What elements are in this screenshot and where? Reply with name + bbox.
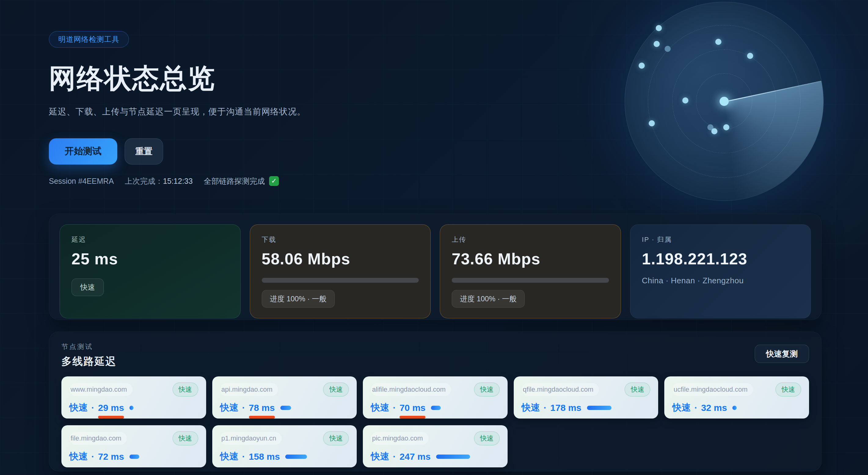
node-latency-bar xyxy=(285,454,307,459)
node-speed-badge: 快速 xyxy=(474,382,500,397)
node-result-separator: · xyxy=(393,403,396,413)
node-card[interactable]: www.mingdao.com 快速 快速 · 29 ms xyxy=(61,376,206,418)
node-result: 快速 · 78 ms xyxy=(220,402,349,414)
node-result-status: 快速 xyxy=(522,402,540,414)
page-title: 网络状态总览 xyxy=(49,63,868,94)
node-host: ucfile.mingdaocloud.com xyxy=(672,383,753,396)
latency-chip: 快速 xyxy=(71,278,104,296)
node-latency-value: 178 ms xyxy=(550,403,582,413)
download-label: 下载 xyxy=(262,235,419,244)
last-completed: 上次完成：15:12:33 xyxy=(125,176,193,186)
node-result-separator: · xyxy=(242,451,245,462)
start-test-button[interactable]: 开始测试 xyxy=(49,138,117,164)
nodes-grid: www.mingdao.com 快速 快速 · 29 ms api.mingda… xyxy=(61,376,809,467)
node-latency-bar xyxy=(733,406,737,410)
node-result: 快速 · 72 ms xyxy=(69,450,198,463)
node-host: alifile.mingdaocloud.com xyxy=(371,383,451,396)
node-host: api.mingdao.com xyxy=(220,383,278,396)
nodes-panel: 节点测试 多线路延迟 快速复测 www.mingdao.com 快速 快速 · … xyxy=(49,331,822,471)
download-progress-chip: 进度 100% · 一般 xyxy=(262,290,335,308)
node-latency-value: 32 ms xyxy=(701,403,727,413)
node-latency-bar xyxy=(129,454,139,459)
upload-progress-fill xyxy=(452,278,609,283)
ip-card: IP · 归属 1.198.221.123 China · Henan · Zh… xyxy=(630,224,811,318)
session-id: Session #4EEMRA xyxy=(49,177,114,186)
node-speed-badge: 快速 xyxy=(625,382,650,397)
node-latency-value: 29 ms xyxy=(98,403,124,413)
node-latency-bar xyxy=(436,454,470,459)
node-speed-badge: 快速 xyxy=(323,431,349,445)
last-completed-time: 15:12:33 xyxy=(163,177,193,185)
node-host: www.mingdao.com xyxy=(69,383,132,396)
node-host: qfile.mingdaocloud.com xyxy=(522,383,599,396)
page-subtitle: 延迟、下载、上传与节点延迟一页呈现，便于沟通当前网络状况。 xyxy=(49,106,868,118)
node-latency-value: 72 ms xyxy=(98,451,124,462)
node-host: file.mingdao.com xyxy=(69,432,127,445)
node-latency-value: 158 ms xyxy=(249,451,280,462)
session-status-row: Session #4EEMRA 上次完成：15:12:33 全部链路探测完成 ✓ xyxy=(49,176,868,186)
probe-status: 全部链路探测完成 ✓ xyxy=(204,176,279,186)
node-card[interactable]: ucfile.mingdaocloud.com 快速 快速 · 32 ms xyxy=(664,376,809,418)
upload-value: 73.66 Mbps xyxy=(452,250,609,268)
download-card: 下载 58.06 Mbps 进度 100% · 一般 xyxy=(250,224,431,318)
node-card-top: pic.mingdao.com 快速 xyxy=(371,431,500,445)
upload-progress-track xyxy=(452,278,609,283)
ip-location: China · Henan · Zhengzhou xyxy=(642,276,799,285)
node-latency-bar xyxy=(129,406,133,410)
node-speed-badge: 快速 xyxy=(173,431,198,445)
node-host: pic.mingdao.com xyxy=(371,432,428,445)
node-result: 快速 · 178 ms xyxy=(522,402,651,414)
node-result-separator: · xyxy=(91,403,94,413)
node-result: 快速 · 247 ms xyxy=(371,450,500,463)
retest-button[interactable]: 快速复测 xyxy=(755,345,809,363)
app-badge: 明道网络检测工具 xyxy=(49,31,129,48)
node-result-status: 快速 xyxy=(371,450,389,463)
node-host: p1.mingdaoyun.cn xyxy=(220,432,282,445)
node-card-top: alifile.mingdaocloud.com 快速 xyxy=(371,382,500,397)
nodes-header: 节点测试 多线路延迟 快速复测 xyxy=(61,342,809,369)
ip-value: 1.198.221.123 xyxy=(642,250,799,268)
node-card-top: api.mingdao.com 快速 xyxy=(220,382,349,397)
node-card[interactable]: p1.mingdaoyun.cn 快速 快速 · 158 ms xyxy=(212,425,357,467)
node-result-status: 快速 xyxy=(220,450,239,463)
node-card-top: file.mingdao.com 快速 xyxy=(69,431,198,445)
node-result-separator: · xyxy=(544,403,547,413)
download-value: 58.06 Mbps xyxy=(262,250,419,268)
node-latency-bar xyxy=(280,406,291,410)
reset-button[interactable]: 重置 xyxy=(125,138,163,164)
probe-status-text: 全部链路探测完成 xyxy=(204,176,265,186)
download-progress-track xyxy=(262,278,419,283)
node-result: 快速 · 29 ms xyxy=(69,402,198,414)
node-result-status: 快速 xyxy=(220,402,239,414)
node-result-separator: · xyxy=(242,403,245,413)
ip-label: IP · 归属 xyxy=(642,235,799,244)
check-icon: ✓ xyxy=(269,176,279,186)
node-speed-badge: 快速 xyxy=(474,431,500,445)
download-progress-fill xyxy=(262,278,419,283)
node-latency-bar xyxy=(431,406,441,410)
latency-card: 延迟 25 ms 快速 xyxy=(60,224,241,318)
hero-section: 明道网络检测工具 网络状态总览 延迟、下载、上传与节点延迟一页呈现，便于沟通当前… xyxy=(0,0,868,186)
node-card[interactable]: alifile.mingdaocloud.com 快速 快速 · 70 ms xyxy=(363,376,507,418)
node-result-separator: · xyxy=(694,403,697,413)
upload-card: 上传 73.66 Mbps 进度 100% · 一般 xyxy=(440,224,621,318)
node-result: 快速 · 158 ms xyxy=(220,450,349,463)
latency-label: 延迟 xyxy=(71,235,229,244)
node-result-status: 快速 xyxy=(69,402,88,414)
node-card-top: www.mingdao.com 快速 xyxy=(69,382,198,397)
node-speed-badge: 快速 xyxy=(173,382,198,397)
node-result-separator: · xyxy=(393,451,396,462)
node-latency-value: 70 ms xyxy=(400,403,426,413)
nodes-eyebrow: 节点测试 xyxy=(61,342,116,351)
node-card[interactable]: qfile.mingdaocloud.com 快速 快速 · 178 ms xyxy=(514,376,658,418)
node-result-separator: · xyxy=(91,451,94,462)
stats-panel: 延迟 25 ms 快速 下载 58.06 Mbps 进度 100% · 一般 上… xyxy=(49,214,822,320)
node-card[interactable]: pic.mingdao.com 快速 快速 · 247 ms xyxy=(363,425,507,467)
nodes-header-titles: 节点测试 多线路延迟 xyxy=(61,342,116,369)
node-result-status: 快速 xyxy=(371,402,389,414)
upload-label: 上传 xyxy=(452,235,609,244)
node-card[interactable]: api.mingdao.com 快速 快速 · 78 ms xyxy=(212,376,357,418)
nodes-title: 多线路延迟 xyxy=(61,354,116,369)
node-card[interactable]: file.mingdao.com 快速 快速 · 72 ms xyxy=(61,425,206,467)
node-speed-badge: 快速 xyxy=(323,382,349,397)
